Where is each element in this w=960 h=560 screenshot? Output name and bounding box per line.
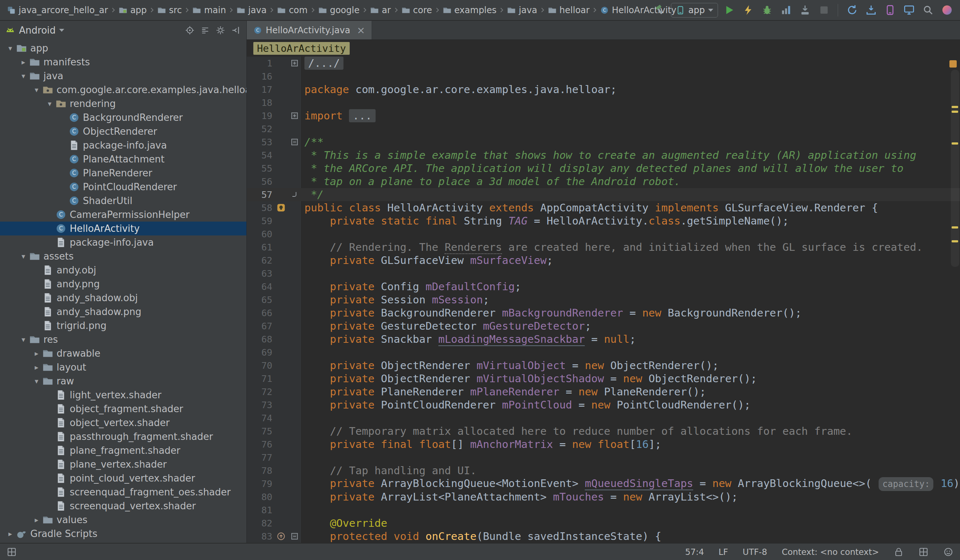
code-line-16[interactable]: 16 (247, 70, 960, 83)
tree-item-andy-obj[interactable]: andy.obj (0, 263, 246, 277)
breadcrumb-item-examples[interactable]: examples (441, 4, 499, 16)
tree-item-shaderutil[interactable]: CShaderUtil (0, 194, 246, 208)
tree-item-point-cloud-vertex-shader[interactable]: point_cloud_vertex.shader (0, 471, 246, 485)
code-line-80[interactable]: 80 private ArrayList<PlaneAttachment> mT… (247, 490, 960, 503)
code-line-60[interactable]: 60 (247, 227, 960, 241)
chevron-down-icon[interactable]: ▾ (5, 44, 15, 53)
chevron-right-icon[interactable]: ▸ (31, 363, 42, 372)
tree-item-passthrough-fragment-shader[interactable]: passthrough_fragment.shader (0, 430, 246, 443)
context-widget[interactable]: Context: <no context> (782, 547, 879, 557)
tree-item-planeattachment[interactable]: CPlaneAttachment (0, 152, 246, 166)
tree-item-helloaractivity[interactable]: CHelloArActivity (0, 222, 246, 235)
toolwindow-switcher-icon[interactable] (6, 547, 17, 557)
breadcrumb-item-java[interactable]: java (505, 4, 539, 16)
code-line-73[interactable]: 73 private PointCloudRenderer mPointClou… (247, 398, 960, 411)
chevron-down-icon[interactable]: ▾ (18, 72, 29, 80)
tree-item-screenquad-fragment-oes-shader[interactable]: screenquad_fragment_oes.shader (0, 485, 246, 499)
fold-marker-minus[interactable] (288, 532, 301, 540)
code-line-66[interactable]: 66 private BackgroundRenderer mBackgroun… (247, 306, 960, 319)
layout-inspector-button[interactable] (901, 2, 917, 18)
tree-item-raw[interactable]: ▾raw (0, 374, 246, 388)
breadcrumb-item-com[interactable]: com (275, 4, 309, 16)
tree-item-rendering[interactable]: ▾rendering (0, 97, 246, 110)
code-line-69[interactable]: 69 (247, 346, 960, 359)
code-line-82[interactable]: 82 @Override (247, 517, 960, 530)
code-line-52[interactable]: 52 (247, 122, 960, 136)
line-ending-widget[interactable]: LF (719, 547, 728, 557)
chevron-down-icon[interactable]: ▾ (31, 85, 42, 94)
chevron-right-icon[interactable]: ▸ (31, 349, 42, 358)
code-line-62[interactable]: 62 private GLSurfaceView mSurfaceView; (247, 254, 960, 267)
tree-item-light-vertex-shader[interactable]: light_vertex.shader (0, 388, 246, 402)
editor-tab[interactable]: C HelloArActivity.java × (247, 21, 372, 39)
code-line-71[interactable]: 71 private ObjectRenderer mVirtualObject… (247, 372, 960, 385)
tree-item-manifests[interactable]: ▸manifests (0, 55, 246, 69)
lock-icon[interactable] (894, 547, 904, 557)
tree-item-backgroundrenderer[interactable]: CBackgroundRenderer (0, 110, 246, 125)
code-line-81[interactable]: 81 (247, 503, 960, 517)
breadcrumb-item-app[interactable]: app (117, 4, 149, 16)
breadcrumb-item-main[interactable]: main (190, 4, 228, 16)
attach-debugger-button[interactable] (797, 2, 813, 18)
search-everywhere-button[interactable] (920, 2, 936, 18)
close-tab-icon[interactable]: × (357, 25, 365, 35)
code-line-56[interactable]: 56 * tap on a plane to place a 3d model … (247, 175, 960, 188)
chevron-right-icon[interactable]: ▸ (31, 515, 42, 524)
tree-item-plane-vertex-shader[interactable]: plane_vertex.shader (0, 458, 246, 471)
tree-item-values[interactable]: ▸values (0, 513, 246, 527)
sync-project-button[interactable] (844, 2, 860, 18)
avd-manager-button[interactable] (882, 2, 898, 18)
breadcrumb-item-core[interactable]: core (400, 4, 434, 16)
code-line-68[interactable]: 68 private Snackbar mLoadingMessageSnack… (247, 333, 960, 346)
tree-item-app[interactable]: ▾app (0, 41, 246, 55)
sdk-manager-button[interactable] (863, 2, 879, 18)
tree-item-pointcloudrenderer[interactable]: CPointCloudRenderer (0, 180, 246, 194)
tree-item-andy-shadow-png[interactable]: andy_shadow.png (0, 305, 246, 319)
code-line-59[interactable]: 59 private static final String TAG = Hel… (247, 214, 960, 227)
code-line-83[interactable]: 83 protected void onCreate(Bundle savedI… (247, 530, 960, 543)
breadcrumb-item-src[interactable]: src (155, 4, 184, 16)
chevron-down-icon[interactable]: ▾ (18, 252, 29, 261)
code-line-64[interactable]: 64 private Config mDefaultConfig; (247, 280, 960, 293)
profiler-button[interactable] (778, 2, 794, 18)
breadcrumb-item-google[interactable]: google (317, 4, 362, 16)
fold-marker-end[interactable] (288, 190, 301, 198)
chevron-down-icon[interactable]: ▾ (18, 335, 29, 344)
code-line-54[interactable]: 54 * This is a simple example that shows… (247, 149, 960, 162)
fold-marker-plus[interactable] (288, 112, 301, 120)
intention-bulb-icon[interactable] (274, 202, 288, 213)
warning-stripe-mark[interactable] (952, 106, 958, 108)
breadcrumb-item-helloar[interactable]: helloar (546, 4, 592, 16)
code-line-1[interactable]: 1/.../ (247, 57, 960, 70)
tree-item-trigrid-png[interactable]: trigrid.png (0, 319, 246, 333)
tree-item-com-google-ar-core-examples-java-helloar[interactable]: ▾com.google.ar.core.examples.java.helloa… (0, 83, 246, 97)
chevron-right-icon[interactable]: ▸ (5, 530, 15, 538)
tree-item-objectrenderer[interactable]: CObjectRenderer (0, 125, 246, 138)
tree-item-gradle-scripts[interactable]: ▸Gradle Scripts (0, 527, 246, 541)
tree-item-res[interactable]: ▾res (0, 333, 246, 346)
tree-item-planerenderer[interactable]: CPlaneRenderer (0, 166, 246, 180)
locate-file-button[interactable] (183, 23, 197, 37)
code-line-76[interactable]: 76 private final float[] mAnchorMatrix =… (247, 438, 960, 451)
chevron-right-icon[interactable]: ▸ (18, 58, 29, 66)
code-line-57[interactable]: 57 */ (247, 188, 960, 201)
overrides-method-icon[interactable] (274, 531, 288, 542)
chevron-down-icon[interactable]: ▾ (45, 99, 55, 108)
code-line-72[interactable]: 72 private PlaneRenderer mPlaneRenderer … (247, 385, 960, 398)
code-line-53[interactable]: 53/** (247, 136, 960, 149)
run-button[interactable] (721, 2, 737, 18)
breadcrumb-item-java-arcore-hello-ar[interactable]: java_arcore_hello_ar (5, 4, 110, 16)
code-editor[interactable]: 1/.../1617package com.google.ar.core.exa… (247, 57, 960, 543)
code-line-74[interactable]: 74 (247, 411, 960, 424)
warning-stripe-mark[interactable] (952, 142, 958, 144)
panels-icon[interactable] (918, 547, 929, 557)
current-scope-chip[interactable]: HelloArActivity (253, 42, 350, 55)
apply-changes-button[interactable] (740, 2, 756, 18)
inspection-indicator[interactable] (949, 60, 957, 67)
tree-item-drawable[interactable]: ▸drawable (0, 346, 246, 360)
profile-avatar[interactable] (939, 2, 955, 18)
code-line-61[interactable]: 61 // Rendering. The Renderers are creat… (247, 241, 960, 254)
tree-item-object-vertex-shader[interactable]: object_vertex.shader (0, 416, 246, 430)
encoding-widget[interactable]: UTF-8 (743, 547, 767, 557)
code-line-78[interactable]: 78 // Tap handling and UI. (247, 464, 960, 477)
